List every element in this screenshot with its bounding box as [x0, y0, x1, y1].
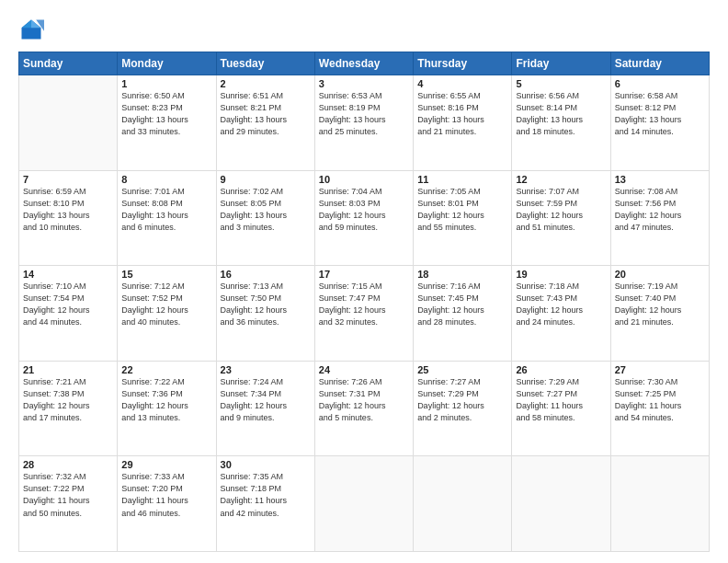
cell-info: Sunrise: 6:58 AM Sunset: 8:12 PM Dayligh… [615, 90, 705, 138]
calendar-cell: 20Sunrise: 7:19 AM Sunset: 7:40 PM Dayli… [610, 266, 709, 362]
calendar-cell: 3Sunrise: 6:53 AM Sunset: 8:19 PM Daylig… [314, 75, 413, 171]
cell-info: Sunrise: 7:16 AM Sunset: 7:45 PM Dayligh… [417, 281, 507, 328]
day-number: 8 [121, 174, 211, 185]
day-number: 4 [417, 78, 507, 89]
calendar-week-5: 28Sunrise: 7:32 AM Sunset: 7:22 PM Dayli… [19, 456, 710, 552]
cell-info: Sunrise: 7:32 AM Sunset: 7:22 PM Dayligh… [23, 471, 113, 519]
day-number: 25 [417, 364, 507, 375]
cell-info: Sunrise: 7:01 AM Sunset: 8:08 PM Dayligh… [121, 186, 211, 234]
calendar-cell: 6Sunrise: 6:58 AM Sunset: 8:12 PM Daylig… [610, 75, 709, 171]
day-number: 3 [319, 78, 409, 89]
calendar-cell: 21Sunrise: 7:21 AM Sunset: 7:38 PM Dayli… [19, 361, 118, 456]
cell-info: Sunrise: 7:29 AM Sunset: 7:27 PM Dayligh… [516, 376, 606, 424]
day-number: 10 [319, 174, 409, 185]
calendar-cell: 11Sunrise: 7:05 AM Sunset: 8:01 PM Dayli… [414, 170, 512, 266]
cell-info: Sunrise: 7:26 AM Sunset: 7:31 PM Dayligh… [319, 376, 409, 424]
cell-info: Sunrise: 7:12 AM Sunset: 7:52 PM Dayligh… [121, 281, 211, 328]
cell-info: Sunrise: 6:53 AM Sunset: 8:19 PM Dayligh… [319, 90, 409, 138]
calendar-cell: 10Sunrise: 7:04 AM Sunset: 8:03 PM Dayli… [314, 170, 413, 266]
calendar-cell: 16Sunrise: 7:13 AM Sunset: 7:50 PM Dayli… [216, 266, 314, 362]
weekday-header-monday: Monday [118, 52, 216, 75]
logo-icon [18, 17, 44, 42]
cell-info: Sunrise: 6:59 AM Sunset: 8:10 PM Dayligh… [23, 186, 113, 234]
day-number: 11 [417, 174, 507, 185]
page: SundayMondayTuesdayWednesdayThursdayFrid… [0, 0, 728, 563]
day-number: 30 [221, 459, 311, 470]
cell-info: Sunrise: 7:15 AM Sunset: 7:47 PM Dayligh… [319, 281, 409, 328]
calendar-cell [19, 75, 118, 171]
calendar-cell: 2Sunrise: 6:51 AM Sunset: 8:21 PM Daylig… [216, 75, 314, 171]
weekday-header-sunday: Sunday [19, 52, 118, 75]
day-number: 20 [615, 269, 705, 280]
cell-info: Sunrise: 7:30 AM Sunset: 7:25 PM Dayligh… [615, 376, 705, 424]
calendar-cell: 4Sunrise: 6:55 AM Sunset: 8:16 PM Daylig… [414, 75, 512, 171]
calendar-cell: 27Sunrise: 7:30 AM Sunset: 7:25 PM Dayli… [610, 361, 709, 456]
cell-info: Sunrise: 7:35 AM Sunset: 7:18 PM Dayligh… [221, 471, 311, 519]
day-number: 19 [516, 269, 606, 280]
calendar-cell: 22Sunrise: 7:22 AM Sunset: 7:36 PM Dayli… [118, 361, 216, 456]
calendar-cell [610, 456, 709, 552]
day-number: 7 [23, 174, 113, 185]
cell-info: Sunrise: 7:33 AM Sunset: 7:20 PM Dayligh… [121, 471, 211, 519]
svg-marker-2 [22, 20, 32, 29]
cell-info: Sunrise: 7:18 AM Sunset: 7:43 PM Dayligh… [516, 281, 606, 328]
cell-info: Sunrise: 6:50 AM Sunset: 8:23 PM Dayligh… [121, 90, 211, 138]
cell-info: Sunrise: 7:22 AM Sunset: 7:36 PM Dayligh… [121, 376, 211, 424]
cell-info: Sunrise: 7:08 AM Sunset: 7:56 PM Dayligh… [615, 186, 705, 234]
cell-info: Sunrise: 7:05 AM Sunset: 8:01 PM Dayligh… [417, 186, 507, 234]
cell-info: Sunrise: 7:13 AM Sunset: 7:50 PM Dayligh… [221, 281, 311, 328]
weekday-header-thursday: Thursday [414, 52, 512, 75]
calendar-cell: 30Sunrise: 7:35 AM Sunset: 7:18 PM Dayli… [216, 456, 314, 552]
calendar-cell: 8Sunrise: 7:01 AM Sunset: 8:08 PM Daylig… [118, 170, 216, 266]
cell-info: Sunrise: 7:10 AM Sunset: 7:54 PM Dayligh… [23, 281, 113, 328]
cell-info: Sunrise: 6:55 AM Sunset: 8:16 PM Dayligh… [417, 90, 507, 138]
weekday-header-row: SundayMondayTuesdayWednesdayThursdayFrid… [19, 52, 710, 75]
day-number: 16 [221, 269, 311, 280]
calendar-cell: 29Sunrise: 7:33 AM Sunset: 7:20 PM Dayli… [118, 456, 216, 552]
calendar-cell: 13Sunrise: 7:08 AM Sunset: 7:56 PM Dayli… [610, 170, 709, 266]
logo [18, 17, 48, 42]
calendar-cell: 19Sunrise: 7:18 AM Sunset: 7:43 PM Dayli… [512, 266, 610, 362]
day-number: 15 [121, 269, 211, 280]
cell-info: Sunrise: 7:21 AM Sunset: 7:38 PM Dayligh… [23, 376, 113, 424]
day-number: 29 [121, 459, 211, 470]
day-number: 1 [121, 78, 211, 89]
calendar-week-4: 21Sunrise: 7:21 AM Sunset: 7:38 PM Dayli… [19, 361, 710, 456]
weekday-header-friday: Friday [512, 52, 610, 75]
calendar-cell: 25Sunrise: 7:27 AM Sunset: 7:29 PM Dayli… [414, 361, 512, 456]
calendar-cell: 26Sunrise: 7:29 AM Sunset: 7:27 PM Dayli… [512, 361, 610, 456]
calendar-cell: 18Sunrise: 7:16 AM Sunset: 7:45 PM Dayli… [414, 266, 512, 362]
cell-info: Sunrise: 7:24 AM Sunset: 7:34 PM Dayligh… [221, 376, 311, 424]
calendar-cell: 1Sunrise: 6:50 AM Sunset: 8:23 PM Daylig… [118, 75, 216, 171]
day-number: 6 [615, 78, 705, 89]
header [18, 17, 710, 42]
calendar-cell: 28Sunrise: 7:32 AM Sunset: 7:22 PM Dayli… [19, 456, 118, 552]
day-number: 26 [516, 364, 606, 375]
day-number: 22 [121, 364, 211, 375]
cell-info: Sunrise: 7:02 AM Sunset: 8:05 PM Dayligh… [221, 186, 311, 234]
calendar-cell: 12Sunrise: 7:07 AM Sunset: 7:59 PM Dayli… [512, 170, 610, 266]
calendar-cell [414, 456, 512, 552]
day-number: 14 [23, 269, 113, 280]
calendar-cell: 24Sunrise: 7:26 AM Sunset: 7:31 PM Dayli… [314, 361, 413, 456]
calendar-cell: 14Sunrise: 7:10 AM Sunset: 7:54 PM Dayli… [19, 266, 118, 362]
day-number: 17 [319, 269, 409, 280]
day-number: 13 [615, 174, 705, 185]
weekday-header-tuesday: Tuesday [216, 52, 314, 75]
day-number: 5 [516, 78, 606, 89]
calendar-cell: 15Sunrise: 7:12 AM Sunset: 7:52 PM Dayli… [118, 266, 216, 362]
day-number: 18 [417, 269, 507, 280]
day-number: 24 [319, 364, 409, 375]
day-number: 21 [23, 364, 113, 375]
calendar-cell: 7Sunrise: 6:59 AM Sunset: 8:10 PM Daylig… [19, 170, 118, 266]
weekday-header-saturday: Saturday [610, 52, 709, 75]
day-number: 2 [221, 78, 311, 89]
day-number: 9 [221, 174, 311, 185]
calendar-table: SundayMondayTuesdayWednesdayThursdayFrid… [18, 52, 710, 552]
cell-info: Sunrise: 7:04 AM Sunset: 8:03 PM Dayligh… [319, 186, 409, 234]
day-number: 23 [221, 364, 311, 375]
cell-info: Sunrise: 6:56 AM Sunset: 8:14 PM Dayligh… [516, 90, 606, 138]
day-number: 27 [615, 364, 705, 375]
cell-info: Sunrise: 6:51 AM Sunset: 8:21 PM Dayligh… [221, 90, 311, 138]
cell-info: Sunrise: 7:07 AM Sunset: 7:59 PM Dayligh… [516, 186, 606, 234]
